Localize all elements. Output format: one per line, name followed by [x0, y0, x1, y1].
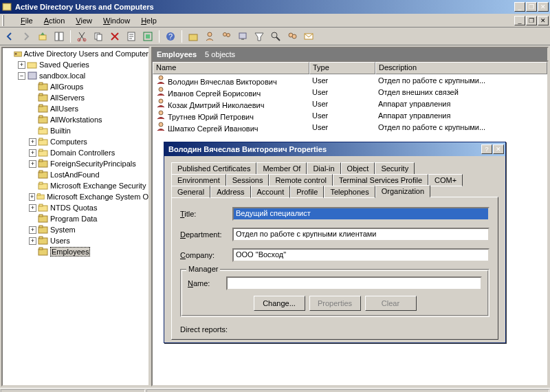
menu-view[interactable]: View	[70, 15, 98, 26]
tab[interactable]: Address	[210, 186, 250, 198]
title-input[interactable]: Ведущий специалист	[232, 207, 490, 221]
tree-item[interactable]: +Computers	[3, 136, 148, 147]
tree-item[interactable]: Builtin	[3, 125, 148, 136]
show-hide-button[interactable]	[52, 30, 66, 43]
tree-item[interactable]: AllServers	[3, 92, 148, 103]
list-item[interactable]: Володин Вячеслав ВикторовичUserОтдел по …	[153, 74, 547, 86]
tree-item[interactable]: +NTDS Quotas	[3, 202, 148, 213]
list-item[interactable]: Козак Дмитрий НиколаевичUserАппарат упра…	[153, 98, 547, 109]
tab[interactable]: Profile	[290, 186, 324, 198]
manager-properties-button: Properties	[309, 296, 361, 311]
dialog-title: Володин Вячеслав Викторович Properties	[166, 145, 481, 153]
svg-rect-12	[189, 34, 197, 41]
svg-rect-57	[39, 248, 43, 250]
tree-item[interactable]: AllUsers	[3, 103, 148, 114]
help-button[interactable]: ?	[164, 30, 177, 43]
svg-rect-43	[39, 171, 43, 173]
new-group-button[interactable]	[219, 30, 233, 43]
dialog-help-button[interactable]: ?	[481, 144, 492, 154]
svg-point-15	[227, 33, 230, 36]
tree-root[interactable]: Active Directory Users and Computer	[3, 48, 148, 59]
change-button[interactable]: Change...	[254, 296, 305, 311]
tree-item[interactable]: +ForeignSecurityPrincipals	[3, 158, 148, 169]
manager-name-input[interactable]	[226, 276, 482, 290]
tab[interactable]: General	[171, 186, 210, 198]
svg-rect-35	[39, 127, 43, 129]
menu-action[interactable]: Action	[38, 15, 71, 26]
col-header-type[interactable]: Type	[309, 62, 375, 74]
company-input[interactable]: ООО "Восход"	[232, 248, 490, 262]
tree-item[interactable]: +Microsoft Exchange System O	[3, 191, 148, 202]
svg-rect-27	[39, 83, 43, 85]
tab[interactable]: Environment	[171, 174, 226, 186]
list-item[interactable]: Иванов Сергей БорисовичUserОтдел внешних…	[153, 86, 547, 98]
tab[interactable]: Security	[375, 162, 415, 175]
menu-window[interactable]: Window	[98, 15, 135, 26]
svg-rect-49	[39, 204, 43, 206]
new-user-button[interactable]	[203, 30, 217, 43]
tree-item[interactable]: Employees	[3, 246, 148, 257]
col-header-name[interactable]: Name	[153, 62, 309, 74]
svg-rect-51	[39, 215, 43, 217]
close-button[interactable]: ✕	[538, 2, 549, 12]
tree-domain[interactable]: −sandbox.local	[3, 70, 148, 81]
tree-item[interactable]: +System	[3, 224, 148, 235]
dialog-close-button[interactable]: ✕	[493, 144, 504, 154]
window-title: Active Directory Users and Computers	[15, 3, 514, 11]
header-count: 5 objects	[205, 50, 235, 58]
tree-item[interactable]: +Domain Controllers	[3, 147, 148, 158]
tree-saved-queries[interactable]: +Saved Queries	[3, 59, 148, 70]
tab[interactable]: Organization	[375, 185, 430, 197]
title-label: Title:	[180, 210, 232, 218]
tab[interactable]: Remote control	[269, 174, 333, 186]
tab[interactable]: Sessions	[226, 174, 270, 186]
copy-button[interactable]	[91, 30, 105, 43]
tab[interactable]: Member Of	[256, 162, 307, 175]
tree-item[interactable]: Program Data	[3, 213, 148, 224]
tab[interactable]: Telephones	[324, 186, 375, 198]
tab[interactable]: Object	[341, 162, 375, 175]
tree-item[interactable]: AllWorkstations	[3, 114, 148, 125]
tree-item[interactable]: LostAndFound	[3, 169, 148, 180]
svg-text:?: ?	[168, 32, 173, 41]
svg-rect-1	[39, 35, 46, 40]
svg-rect-17	[241, 39, 244, 40]
col-header-desc[interactable]: Description	[375, 62, 547, 74]
mdi-restore-button[interactable]: ❐	[526, 16, 537, 25]
tab[interactable]: Published Certificates	[171, 162, 256, 175]
department-input[interactable]: Отдел по работе с крупными клиентами	[232, 228, 490, 241]
tree-item[interactable]: +Users	[3, 235, 148, 246]
company-label: Company:	[180, 251, 232, 259]
svg-rect-47	[38, 194, 41, 195]
minimize-button[interactable]: _	[514, 2, 525, 12]
menu-file[interactable]: File	[15, 15, 38, 26]
list-item[interactable]: Шматко Сергей ИвановичUserОтдел по работ…	[153, 121, 547, 133]
tree-view[interactable]: Active Directory Users and Computer +Sav…	[1, 47, 150, 386]
svg-rect-16	[239, 33, 246, 39]
up-button[interactable]	[36, 30, 50, 43]
tab[interactable]: Dial-in	[307, 162, 340, 175]
svg-rect-2	[55, 32, 58, 41]
restore-button[interactable]: ❐	[526, 2, 537, 12]
tab[interactable]: Account	[251, 186, 291, 198]
delete-button[interactable]	[108, 30, 122, 43]
refresh-button[interactable]	[141, 30, 155, 43]
back-button[interactable]	[3, 30, 16, 43]
cut-button[interactable]	[75, 30, 89, 43]
list-item[interactable]: Трутнев Юрий ПетровичUserАппарат управле…	[153, 109, 547, 121]
mdi-minimize-button[interactable]: _	[514, 16, 525, 25]
mdi-close-button[interactable]: ✕	[538, 16, 549, 25]
new-ou-button[interactable]	[186, 30, 200, 43]
new-computer-button[interactable]	[236, 30, 250, 43]
properties-button[interactable]	[124, 30, 138, 43]
filter-button[interactable]	[252, 30, 266, 43]
mail-button[interactable]	[302, 30, 316, 43]
find-button[interactable]	[269, 30, 283, 43]
add-to-group-button[interactable]	[285, 30, 299, 43]
forward-button[interactable]	[19, 30, 33, 43]
tree-item[interactable]: AllGroups	[3, 81, 148, 92]
tab[interactable]: COM+	[428, 174, 463, 186]
svg-rect-41	[39, 160, 43, 162]
menu-help[interactable]: Help	[135, 15, 162, 26]
tree-item[interactable]: Microsoft Exchange Security	[3, 180, 148, 191]
